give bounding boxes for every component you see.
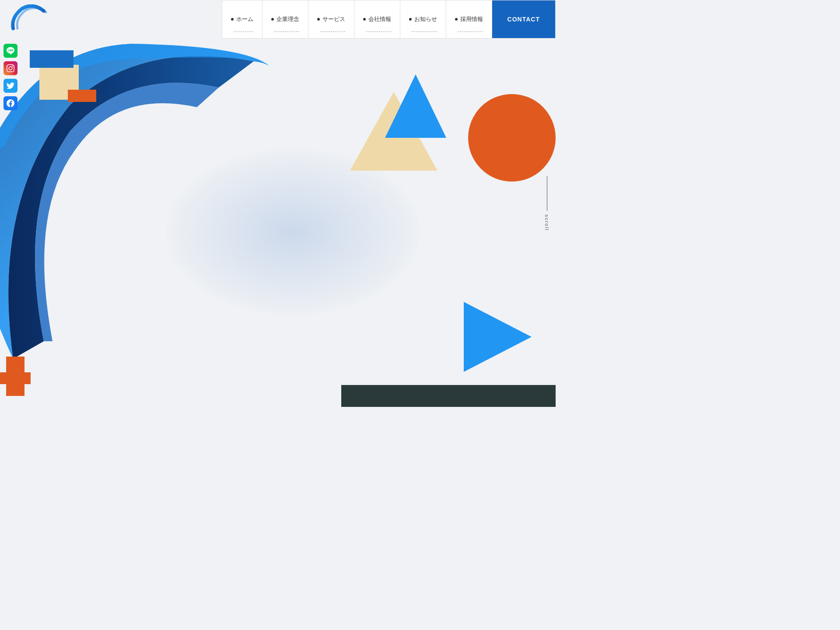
nav-underline-company — [366, 32, 391, 32]
bottom-bar — [341, 385, 556, 407]
contact-button[interactable]: CONTACT — [492, 0, 555, 38]
nav-dot-news — [409, 18, 412, 21]
nav-dot-philosophy — [271, 18, 274, 21]
nav-underline-services — [320, 32, 345, 32]
nav-label-services: サービス — [322, 15, 345, 23]
social-sidebar — [4, 44, 18, 110]
deco-blue-triangle-small — [464, 302, 532, 372]
logo[interactable] — [9, 4, 52, 35]
nav-underline-news — [412, 32, 437, 32]
nav-dot-recruit — [455, 18, 458, 21]
contact-label: CONTACT — [508, 16, 540, 23]
nav-items: ホーム 企業理念 サービス 会社情報 お知らせ — [222, 0, 492, 38]
nav-label-philosophy: 企業理念 — [276, 15, 299, 23]
nav-item-recruit[interactable]: 採用情報 — [446, 0, 492, 38]
deco-orange-circle — [468, 94, 556, 182]
nav-dot-company — [363, 18, 366, 21]
nav-item-home[interactable]: ホーム — [222, 0, 262, 38]
scroll-line — [547, 176, 547, 211]
nav-item-company[interactable]: 会社情報 — [354, 0, 400, 38]
nav-dot-services — [317, 18, 320, 21]
instagram-icon[interactable] — [4, 61, 18, 75]
nav-label-home: ホーム — [236, 15, 253, 23]
nav-label-recruit: 採用情報 — [460, 15, 483, 23]
nav-item-news[interactable]: お知らせ — [400, 0, 446, 38]
deco-blue-rect — [30, 50, 74, 68]
twitter-icon[interactable] — [4, 79, 18, 93]
scroll-text: scroll — [544, 214, 550, 231]
facebook-icon[interactable] — [4, 96, 18, 110]
nav-underline-recruit — [458, 32, 483, 32]
nav-container: ホーム 企業理念 サービス 会社情報 お知らせ — [222, 0, 556, 38]
nav-label-company: 会社情報 — [368, 15, 391, 23]
nav-item-services[interactable]: サービス — [308, 0, 354, 38]
scroll-indicator: scroll — [544, 176, 550, 231]
nav-label-news: お知らせ — [414, 15, 437, 23]
nav-dot-home — [231, 18, 234, 21]
nav-item-philosophy[interactable]: 企業理念 — [262, 0, 308, 38]
header: ホーム 企業理念 サービス 会社情報 お知らせ — [0, 0, 556, 38]
nav-underline-philosophy — [274, 32, 299, 32]
nav-underline-home — [234, 32, 253, 32]
deco-blue-triangle-large — [385, 74, 446, 138]
deco-orange-rect — [68, 90, 96, 102]
line-icon[interactable] — [4, 44, 18, 58]
